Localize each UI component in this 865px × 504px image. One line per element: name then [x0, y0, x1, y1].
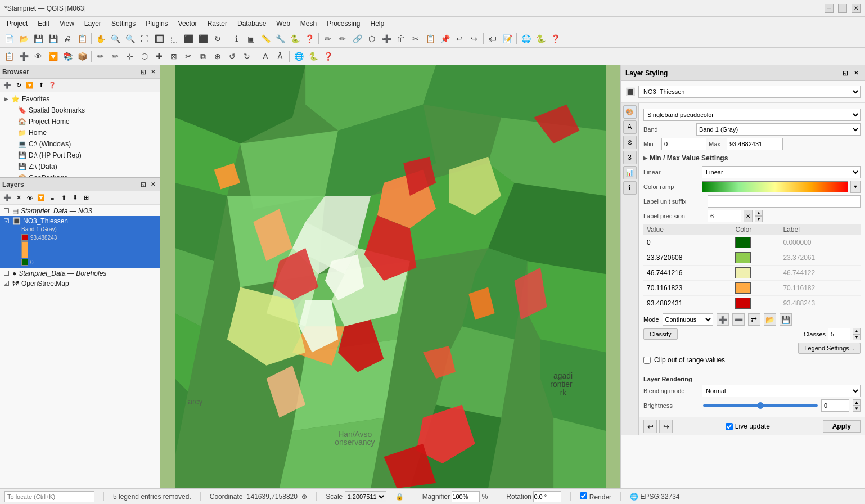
vector-redo-btn[interactable]: ↻ [240, 50, 254, 63]
layer-check-thiessen[interactable]: ☑ [3, 217, 11, 225]
identify-btn[interactable]: ℹ [229, 32, 243, 46]
snap-btn[interactable]: 🔗 [350, 32, 364, 46]
python-btn[interactable]: 🐍 [288, 32, 301, 46]
menu-edit[interactable]: Edit [33, 19, 54, 29]
plugin-btn2[interactable]: 🐍 [534, 32, 547, 46]
label2-btn[interactable]: 📝 [501, 32, 514, 46]
vector-edit2-btn[interactable]: ✏ [109, 50, 122, 63]
color-swatch-3[interactable] [735, 282, 751, 294]
new-project-btn[interactable]: 📄 [2, 32, 16, 46]
styling-close-btn[interactable]: ✕ [852, 69, 861, 78]
blending-select[interactable]: Normal Lighten Screen Dodge Multiply [702, 385, 861, 397]
menu-layer[interactable]: Layer [80, 19, 106, 29]
add-class-btn[interactable]: ➕ [717, 313, 729, 326]
precision-clear-btn[interactable]: ✕ [744, 210, 753, 222]
globe2-btn[interactable]: 🌐 [292, 50, 305, 63]
brightness-value[interactable] [821, 399, 849, 412]
layers-expand-btn[interactable]: ⊞ [81, 193, 91, 203]
renderer-select[interactable]: Singleband pseudocolor [643, 109, 861, 121]
browser-item-d-drive[interactable]: 💾 D:\ (HP Port Rep) [0, 150, 160, 161]
help-btn2[interactable]: ❓ [548, 32, 562, 46]
menu-project[interactable]: Project [2, 19, 32, 29]
vector-snap-btn[interactable]: ⊹ [123, 50, 137, 63]
layers-up-btn[interactable]: ⬆ [58, 193, 69, 203]
renderer-icon-diagram[interactable]: 📊 [623, 166, 637, 179]
vector-copy-btn[interactable]: ⧉ [196, 50, 210, 63]
cut-btn[interactable]: ✂ [409, 32, 422, 46]
undo-btn[interactable]: ↩ [453, 32, 466, 46]
undo-style-btn[interactable]: ↩ [643, 420, 657, 433]
menu-settings[interactable]: Settings [107, 19, 140, 29]
label-unit-input[interactable] [708, 195, 861, 208]
menu-view[interactable]: View [55, 19, 79, 29]
label4-btn[interactable]: Ā [273, 50, 287, 63]
label3-btn[interactable]: A [259, 50, 272, 63]
browser-item-c-drive[interactable]: 💻 C:\ (Windows) [0, 138, 160, 150]
classes-input[interactable] [828, 328, 850, 340]
menu-help[interactable]: Help [366, 19, 389, 29]
save-btn[interactable]: 💾 [31, 32, 45, 46]
renderer-icon-abc[interactable]: A [623, 120, 637, 134]
minimize-button[interactable]: ─ [825, 4, 834, 13]
redo-style-btn[interactable]: ↪ [659, 420, 673, 433]
browser-item-spatial-bookmarks[interactable]: 🔖 Spatial Bookmarks [0, 105, 160, 116]
render-checkbox[interactable] [580, 492, 587, 500]
precision-down-btn[interactable]: ▼ [755, 216, 763, 222]
python2-btn[interactable]: 🐍 [307, 50, 320, 63]
browser-item-z-drive[interactable]: 💾 Z:\ (Data) [0, 161, 160, 172]
save-color-btn[interactable]: 💾 [780, 313, 792, 326]
color-swatch-2[interactable] [735, 267, 751, 278]
color-cell-2[interactable] [732, 266, 780, 281]
layers-down-btn[interactable]: ⬇ [70, 193, 80, 203]
renderer-icon-color[interactable]: 🎨 [623, 105, 637, 119]
scale-select[interactable]: 1:2007511 [345, 491, 386, 502]
zoom-selection-btn[interactable]: ⬚ [167, 32, 181, 46]
refresh-btn[interactable]: ↻ [211, 32, 224, 46]
save-as-btn[interactable]: 💾 [46, 32, 60, 46]
vector-undo-btn[interactable]: ↺ [226, 50, 239, 63]
browser-help-btn[interactable]: ❓ [47, 80, 57, 91]
interpolation-select[interactable]: Linear Discrete Exact [702, 166, 861, 178]
menu-plugins[interactable]: Plugins [141, 19, 172, 29]
vector-edit-btn[interactable]: ✏ [94, 50, 107, 63]
locate-input[interactable] [4, 491, 94, 502]
brightness-down-btn[interactable]: ▼ [853, 406, 861, 412]
menu-database[interactable]: Database [233, 19, 271, 29]
layer-item-thiessen[interactable]: ☑ 🔳 NO3_Thiessen [0, 216, 160, 226]
vector-add-btn[interactable]: ✚ [152, 50, 166, 63]
browser-item-geopackage[interactable]: 📦 GeoPackage [0, 172, 160, 177]
remove-class-btn[interactable]: ➖ [732, 313, 745, 326]
layer-selector[interactable]: NO3_Thiessen [638, 86, 861, 98]
vector-node-btn[interactable]: ⬡ [138, 50, 151, 63]
layers-float-btn[interactable]: ◱ [138, 180, 147, 189]
layers-remove-btn[interactable]: ✕ [13, 193, 24, 203]
clip-checkbox[interactable] [643, 357, 651, 364]
color-swatch-4[interactable] [735, 298, 751, 309]
digitize2-btn[interactable]: ✏ [336, 32, 349, 46]
open-btn[interactable]: 📂 [17, 32, 30, 46]
browser-collapse-btn[interactable]: ⬆ [36, 80, 46, 91]
rotation-input[interactable] [533, 491, 561, 502]
zoom-in-btn[interactable]: 🔍 [109, 32, 122, 46]
zoom-next-btn[interactable]: ⬛ [182, 32, 195, 46]
layer-check-no3-data[interactable]: ☐ [3, 207, 11, 215]
browser-item-home[interactable]: 📁 Home [0, 127, 160, 138]
filter-btn[interactable]: 🔽 [46, 50, 60, 63]
globe-btn[interactable]: 🌐 [519, 32, 533, 46]
layer-check-boreholes[interactable]: ☐ [3, 269, 11, 277]
renderer-icon-mask[interactable]: ⊗ [623, 136, 637, 149]
renderer-icon-metadata[interactable]: ℹ [623, 181, 637, 195]
select-btn[interactable]: ▣ [244, 32, 258, 46]
styling-float-btn[interactable]: ◱ [840, 69, 849, 78]
layers-close-btn[interactable]: ✕ [148, 180, 157, 189]
layers-filter-btn[interactable]: 🔽 [36, 193, 46, 203]
close-button[interactable]: ✕ [852, 4, 861, 13]
add-feature-btn[interactable]: ➕ [380, 32, 393, 46]
classes-up-btn[interactable]: ▲ [853, 328, 861, 334]
menu-vector[interactable]: Vector [174, 19, 202, 29]
band-select[interactable]: Band 1 (Gray) [696, 123, 861, 136]
minmax-settings-toggle[interactable]: ▶ Min / Max Value Settings [643, 152, 861, 164]
help3-btn[interactable]: ❓ [321, 50, 335, 63]
color-ramp[interactable] [702, 181, 848, 192]
maximize-button[interactable]: □ [838, 4, 847, 13]
